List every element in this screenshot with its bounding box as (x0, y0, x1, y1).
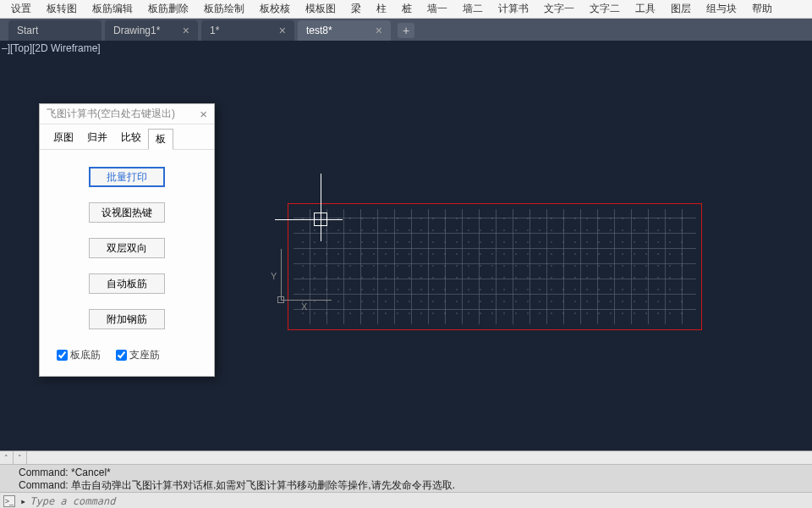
menu-item[interactable]: 梁 (343, 2, 369, 16)
command-history-line-2: Command: 单击自动弹出飞图计算书对话框.如需对飞图计算书移动删除等操作,… (19, 479, 807, 492)
tab-label: test8* (306, 25, 332, 36)
floor-plan-drawing (288, 203, 702, 330)
menu-item[interactable]: 柱 (369, 2, 394, 16)
menu-item[interactable]: 墙一 (420, 2, 455, 16)
menu-item[interactable]: 设置 (3, 2, 39, 16)
menu-item[interactable]: 板筋编辑 (85, 2, 140, 16)
tab-close-icon[interactable]: × (376, 24, 382, 37)
tab-label: 1* (210, 25, 219, 36)
main-menu-bar: 设置板转图板筋编辑板筋删除板筋绘制板校核模板图梁柱桩墙一墙二计算书文字一文字二工… (0, 0, 812, 19)
menu-item[interactable]: 帮助 (744, 2, 780, 16)
drawing-viewport[interactable]: –][Top][2D Wireframe] Y X 飞图计算书(空白处右键退出)… (0, 41, 812, 450)
document-tab-bar: StartDrawing1*×1*×test8*×+ (0, 19, 812, 41)
dialog-action-button[interactable]: 设视图热键 (89, 202, 165, 223)
document-tab[interactable]: test8*× (298, 20, 391, 41)
menu-item[interactable]: 板筋删除 (140, 2, 196, 16)
checkbox-row: 板底筋支座筋 (52, 345, 202, 364)
checkbox-input[interactable] (116, 350, 127, 361)
tab-close-icon[interactable]: × (279, 24, 286, 37)
scroll-track[interactable] (27, 451, 812, 464)
command-area: ˄ ˅ Command: *Cancel* Command: 单击自动弹出飞图计… (0, 450, 812, 508)
document-tab[interactable]: Drawing1*× (105, 20, 198, 41)
tab-label: Drawing1* (113, 25, 160, 36)
viewport-mode-label[interactable]: –][Top][2D Wireframe] (2, 42, 101, 54)
dialog-tab-row: 原图归并比较板 (40, 124, 214, 150)
command-scroll-bar: ˄ ˅ (0, 451, 812, 465)
document-tab[interactable]: 1*× (201, 20, 294, 41)
dialog-action-button[interactable]: 双层双向 (89, 238, 165, 258)
command-input[interactable] (30, 495, 809, 507)
dialog-action-button[interactable]: 附加钢筋 (89, 309, 165, 329)
dialog-titlebar[interactable]: 飞图计算书(空白处右键退出) × (40, 104, 214, 124)
command-history: Command: *Cancel* Command: 单击自动弹出飞图计算书对话… (0, 465, 812, 492)
menu-item[interactable]: 墙二 (455, 2, 491, 16)
dialog-action-button[interactable]: 批量打印 (89, 167, 165, 187)
menu-item[interactable]: 板转图 (39, 2, 85, 16)
scroll-up-icon[interactable]: ˄ (0, 451, 14, 464)
new-tab-button[interactable]: + (398, 23, 414, 38)
command-input-row: >_ ▸ (0, 492, 812, 508)
menu-item[interactable]: 文字二 (582, 2, 628, 16)
command-history-line-1: Command: *Cancel* (19, 467, 807, 479)
command-prompt-icon[interactable]: >_ (3, 495, 15, 507)
dialog-body: 批量打印设视图热键双层双向自动板筋附加钢筋板底筋支座筋 (40, 150, 214, 376)
dialog-tab[interactable]: 归并 (80, 128, 114, 149)
menu-item[interactable]: 板校核 (252, 2, 298, 16)
checkbox-input[interactable] (57, 350, 68, 361)
feitu-calc-dialog: 飞图计算书(空白处右键退出) × 原图归并比较板 批量打印设视图热键双层双向自动… (39, 103, 215, 377)
tab-close-icon[interactable]: × (183, 24, 189, 37)
dialog-tab[interactable]: 原图 (47, 128, 80, 149)
menu-item[interactable]: 桩 (394, 2, 420, 16)
tab-label: Start (17, 25, 38, 36)
menu-item[interactable]: 组与块 (699, 2, 744, 16)
dialog-action-button[interactable]: 自动板筋 (89, 273, 165, 294)
command-caret-icon: ▸ (20, 495, 26, 507)
dialog-tab[interactable]: 板 (148, 129, 173, 150)
document-tab[interactable]: Start (8, 20, 102, 41)
scroll-down-icon[interactable]: ˅ (14, 451, 27, 464)
menu-item[interactable]: 计算书 (491, 2, 536, 16)
dialog-title-text: 飞图计算书(空白处右键退出) (47, 107, 175, 121)
menu-item[interactable]: 模板图 (298, 2, 343, 16)
menu-item[interactable]: 板筋绘制 (196, 2, 252, 16)
checkbox-label[interactable]: 支座筋 (116, 348, 160, 362)
checkbox-label[interactable]: 板底筋 (57, 348, 101, 362)
dialog-tab[interactable]: 比较 (114, 128, 148, 149)
menu-item[interactable]: 图层 (663, 2, 699, 16)
menu-item[interactable]: 文字一 (536, 2, 582, 16)
ucs-y-label: Y (271, 271, 277, 281)
menu-item[interactable]: 工具 (628, 2, 663, 16)
dialog-close-icon[interactable]: × (200, 107, 207, 121)
